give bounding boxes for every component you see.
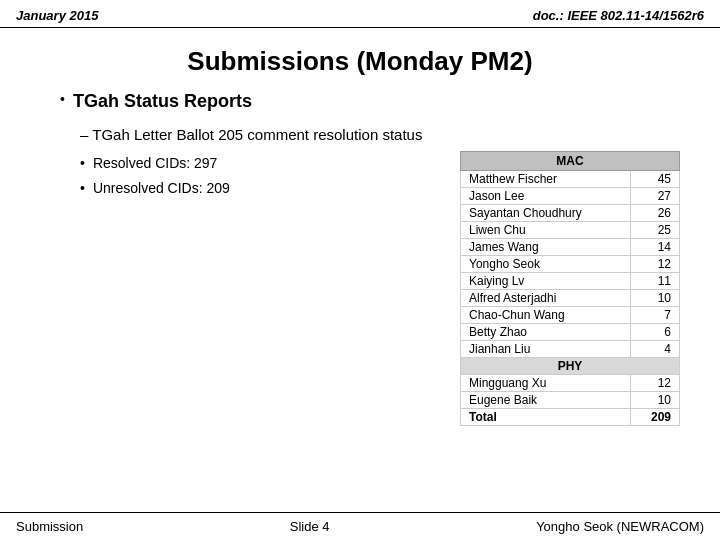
table-row: Betty Zhao6 [461, 324, 680, 341]
mac-phy-table: MAC Matthew Fischer45Jason Lee27Sayantan… [460, 151, 680, 426]
table-row: Mingguang Xu12 [461, 375, 680, 392]
mac-header: MAC [461, 152, 680, 171]
list-item: • Unresolved CIDs: 209 [80, 176, 460, 201]
header-right: doc.: IEEE 802.11-14/1562r6 [533, 8, 704, 23]
footer-right: Yongho Seok (NEWRACOM) [536, 519, 704, 534]
table-row: Yongho Seok12 [461, 256, 680, 273]
table-row: Jianhan Liu4 [461, 341, 680, 358]
bullet-dot: • [60, 91, 65, 107]
section-title: TGah Status Reports [73, 91, 252, 112]
subsection-label: – TGah Letter Ballot 205 comment resolut… [80, 126, 680, 143]
table-row: Chao-Chun Wang7 [461, 307, 680, 324]
footer-left: Submission [16, 519, 83, 534]
table-row: Alfred Asterjadhi10 [461, 290, 680, 307]
footer-center: Slide 4 [290, 519, 330, 534]
table-row: Liwen Chu25 [461, 222, 680, 239]
total-row: Total209 [461, 409, 680, 426]
page-title: Submissions (Monday PM2) [0, 46, 720, 77]
list-item: • Resolved CIDs: 297 [80, 151, 460, 176]
table-row: Eugene Baik10 [461, 392, 680, 409]
table-row: Matthew Fischer45 [461, 171, 680, 188]
table-row: Sayantan Choudhury26 [461, 205, 680, 222]
table-row: Kaiying Lv11 [461, 273, 680, 290]
table-row: Jason Lee27 [461, 188, 680, 205]
phy-header-row: PHY [461, 358, 680, 375]
header-left: January 2015 [16, 8, 98, 23]
table-row: James Wang14 [461, 239, 680, 256]
